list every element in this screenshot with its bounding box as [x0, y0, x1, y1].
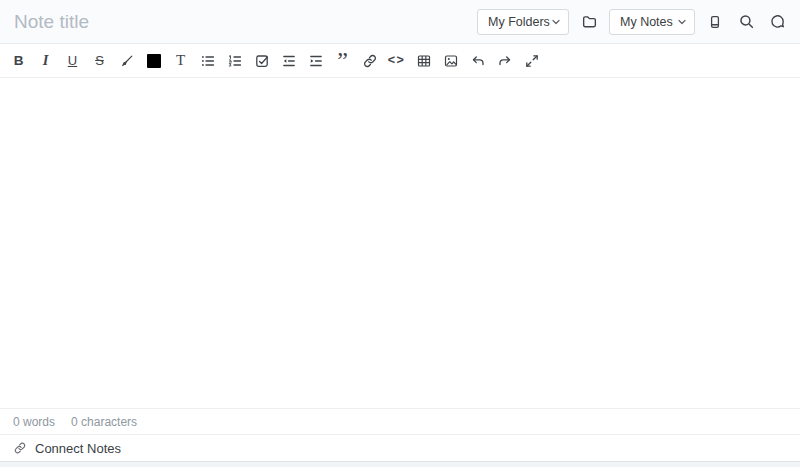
word-count: 0 words	[13, 415, 55, 429]
ordered-list-button[interactable]	[221, 48, 248, 74]
chat-button[interactable]	[766, 11, 788, 33]
outdent-button[interactable]	[275, 48, 302, 74]
color-swatch-icon	[147, 54, 161, 68]
redo-button[interactable]	[491, 48, 518, 74]
bottom-strip	[0, 461, 800, 467]
folders-select-value: My Folders	[488, 15, 550, 29]
highlighter-pen-icon	[119, 53, 135, 69]
notes-select[interactable]: My Notes	[609, 9, 695, 35]
character-count: 0 characters	[71, 415, 137, 429]
fullscreen-icon	[524, 53, 540, 69]
connect-notes-label: Connect Notes	[35, 441, 121, 456]
notebook-icon	[707, 14, 723, 30]
quote-button[interactable]: ”	[329, 48, 356, 74]
header-controls: My Folders My Notes	[477, 9, 788, 35]
underline-icon: U	[68, 54, 77, 67]
folder-icon	[581, 13, 598, 30]
search-button[interactable]	[735, 11, 757, 33]
strikethrough-icon: S	[95, 54, 104, 67]
code-button[interactable]: <>	[383, 48, 410, 74]
connect-notes-bar[interactable]: Connect Notes	[0, 434, 800, 461]
fullscreen-button[interactable]	[518, 48, 545, 74]
table-button[interactable]	[410, 48, 437, 74]
status-bar: 0 words 0 characters	[0, 408, 800, 434]
text-color-button[interactable]	[140, 48, 167, 74]
header-bar: My Folders My Notes	[0, 0, 800, 44]
italic-button[interactable]: I	[32, 48, 59, 74]
link-icon	[13, 441, 27, 455]
notebook-button[interactable]	[704, 11, 726, 33]
notes-select-value: My Notes	[620, 15, 673, 29]
strikethrough-button[interactable]: S	[86, 48, 113, 74]
folder-button[interactable]	[578, 11, 600, 33]
highlighter-button[interactable]	[113, 48, 140, 74]
underline-button[interactable]: U	[59, 48, 86, 74]
formatting-toolbar: B I U S T ” <>	[0, 44, 800, 78]
font-button[interactable]: T	[167, 48, 194, 74]
indent-icon	[308, 53, 324, 69]
undo-button[interactable]	[464, 48, 491, 74]
task-list-button[interactable]	[248, 48, 275, 74]
bullet-list-button[interactable]	[194, 48, 221, 74]
note-title-input[interactable]	[14, 11, 477, 33]
bold-button[interactable]: B	[5, 48, 32, 74]
chat-icon	[769, 13, 786, 30]
outdent-icon	[281, 53, 297, 69]
font-icon: T	[176, 53, 185, 68]
folders-select[interactable]: My Folders	[477, 9, 569, 35]
quote-icon: ”	[337, 55, 348, 67]
note-editor[interactable]	[0, 78, 800, 408]
bold-icon: B	[14, 54, 24, 68]
undo-icon	[470, 53, 486, 69]
search-icon	[738, 13, 755, 30]
ordered-list-icon	[227, 53, 243, 69]
chevron-down-icon	[677, 18, 687, 26]
task-list-icon	[254, 53, 270, 69]
table-icon	[416, 53, 432, 69]
bullet-list-icon	[200, 53, 216, 69]
chevron-down-icon	[551, 18, 561, 26]
link-button[interactable]	[356, 48, 383, 74]
image-icon	[443, 53, 459, 69]
code-icon: <>	[388, 54, 406, 67]
redo-icon	[497, 53, 513, 69]
italic-icon: I	[43, 53, 49, 68]
link-icon	[362, 53, 378, 69]
indent-button[interactable]	[302, 48, 329, 74]
image-button[interactable]	[437, 48, 464, 74]
